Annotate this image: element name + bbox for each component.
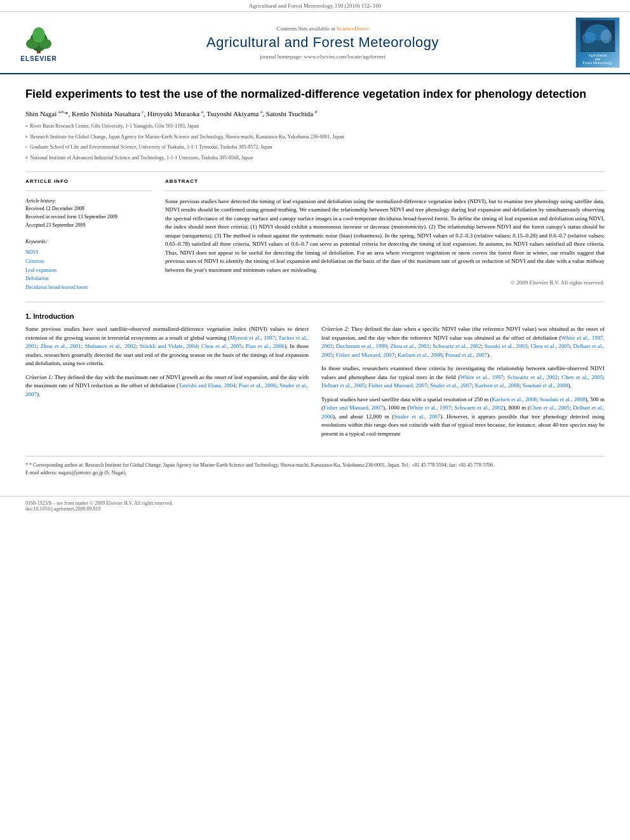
ref-fisher[interactable]: Fisher and Mustard, 2007	[336, 352, 395, 358]
divider-2	[25, 302, 605, 302]
keywords-label: Keywords:	[25, 237, 152, 246]
ref-chen3[interactable]: Chen et al., 2005	[561, 374, 603, 380]
ref-piao2[interactable]: Piao et al., 2006	[239, 382, 276, 389]
svg-point-4	[32, 27, 45, 43]
ref-chen[interactable]: Chen et al., 2005	[201, 343, 242, 349]
author-hiroyuki: Hiroyuki Muraoka a,	[147, 110, 205, 117]
journal-homepage: journal homepage: www.elsevier.com/locat…	[80, 53, 565, 60]
ref-karlsen3[interactable]: Karlsen et al., 2008	[492, 396, 537, 403]
affil-d: d National Institute of Advanced Industr…	[25, 154, 605, 164]
affil-b: b Research Institute for Global Change, …	[25, 133, 605, 143]
kw-ndvi: NDVI	[25, 248, 152, 257]
abstract-label: ABSTRACT	[165, 178, 605, 184]
journal-title-block: Contents lists available at ScienceDirec…	[80, 25, 565, 60]
ref-karlsen[interactable]: Karlsen et al., 2008	[398, 352, 442, 358]
page-footer: 0168-1923/$ – see front matter © 2009 El…	[0, 496, 630, 516]
abstract-text: Some previous studies have detected the …	[165, 197, 605, 275]
criterion2-label: Criterion 2:	[321, 326, 349, 332]
article-history: Article history: Received 12 December 20…	[25, 197, 152, 230]
cover-image	[579, 20, 617, 52]
ref-soudani[interactable]: Soudani et al., 2008	[523, 382, 568, 389]
ref-piao[interactable]: Piao et al., 2006	[246, 343, 285, 349]
kw-defoliation: Defoliation	[25, 274, 152, 283]
intro-col-right: Criterion 2: They defined the date when …	[321, 325, 605, 443]
divider-1	[25, 171, 605, 172]
affil-a: a River Basin Research Center, Gifu Univ…	[25, 123, 605, 132]
kw-forest: Deciduous broad-leaved forest	[25, 283, 152, 292]
footer-issn: 0168-1923/$ – see front matter © 2009 El…	[25, 500, 173, 512]
article-info-label: ARTICLE INFO	[25, 178, 152, 184]
kw-leaf-expansion: Leaf expansion	[25, 266, 152, 275]
elsevier-tree-icon	[20, 23, 58, 55]
received-revised-date: Received in revised form 13 September 20…	[25, 213, 152, 222]
ref-schwartz[interactable]: Schwartz et al., 2002	[432, 343, 481, 349]
cover-label: AgriculturalandForest Meteorology	[582, 53, 613, 65]
kw-criterion: Criterion	[25, 257, 152, 266]
abstract-col: ABSTRACT Some previous studies have dete…	[165, 178, 605, 292]
journal-cover-thumbnail: AgriculturalandForest Meteorology	[575, 17, 620, 68]
ref-delbart2[interactable]: Delbart et al., 2005	[321, 382, 365, 389]
intro-p3: In those studies, researchers examined t…	[321, 364, 605, 390]
sciencedirect-line: Contents lists available at ScienceDirec…	[80, 25, 565, 32]
ref-studer3[interactable]: Studer et al., 2007	[394, 413, 440, 420]
ref-fisher2[interactable]: Fisher and Mustard, 2007	[368, 382, 427, 389]
footnote-star: * * Corresponding author at: Research In…	[25, 462, 605, 469]
ref-schwartz2[interactable]: Schwartz et al., 2002	[507, 374, 558, 380]
svg-point-8	[582, 32, 596, 43]
intro-heading: 1. Introduction	[25, 312, 605, 320]
ref-prasad[interactable]: Prasad et al., 2007	[445, 352, 487, 358]
svg-point-9	[601, 30, 612, 44]
introduction-section: 1. Introduction Some previous studies ha…	[25, 312, 605, 443]
article-title: Field experiments to test the use of the…	[25, 87, 605, 102]
criterion1-label: Criterion 1:	[25, 374, 53, 380]
main-header: ELSEVIER Contents lists available at Sci…	[0, 12, 630, 74]
journal-main-title: Agricultural and Forest Meteorology	[80, 34, 565, 51]
intro-body: Some previous studies have used satellit…	[25, 325, 605, 443]
ref-chen4[interactable]: Chen et al., 2005	[530, 404, 570, 411]
ref-zhou1[interactable]: Zhou et al., 2001	[41, 343, 81, 349]
ref-myneni[interactable]: Myneni et al., 1997	[230, 335, 275, 341]
authors-line: Shin Nagai a,b,*, Kenlo Nishida Nasahara…	[25, 109, 605, 117]
footnote-email: E-mail address: nagais@jamstec.go.jp (S.…	[25, 469, 605, 477]
intro-criterion1: Criterion 1: They defined the day with t…	[25, 373, 309, 399]
affil-c: c Graduate School of Life and Environmen…	[25, 143, 605, 153]
intro-criterion2: Criterion 2: They defined the date when …	[321, 325, 605, 359]
ref-karlsen2[interactable]: Karlsen et al., 2008	[475, 382, 519, 389]
sciencedirect-link[interactable]: ScienceDirect	[337, 25, 368, 32]
divider-abstract	[165, 190, 605, 191]
ref-white2[interactable]: White et al., 1997	[460, 374, 503, 380]
intro-col-left: Some previous studies have used satellit…	[25, 325, 309, 443]
ref-white3[interactable]: White et al., 1997	[409, 404, 451, 411]
content-area: Field experiments to test the use of the…	[0, 74, 630, 490]
author-tsuyoshi: Tsuyoshi Akiyama a,	[206, 110, 264, 117]
ref-tateishi[interactable]: Tateishi and Ebata, 2004	[178, 382, 236, 389]
ref-studer2[interactable]: Studer et al., 2007	[430, 382, 472, 389]
author-shin-nagai: Shin Nagai a,b,*,	[25, 110, 70, 117]
ref-suzuki[interactable]: Suzuki et al., 2003	[485, 343, 528, 349]
affiliations: a River Basin Research Center, Gifu Univ…	[25, 123, 605, 164]
author-kenlo: Kenlo Nishida Nasahara c,	[72, 110, 145, 117]
ref-schwartz3[interactable]: Schwartz et al., 2002	[454, 404, 503, 411]
intro-p1: Some previous studies have used satellit…	[25, 325, 309, 368]
ref-fisher3[interactable]: Fisher and Mustard, 2007	[323, 404, 383, 411]
ref-zhou2[interactable]: Zhou et al., 2001	[390, 343, 429, 349]
ref-duchemin[interactable]: Duchemin et al., 1999	[336, 343, 387, 349]
intro-p4: Typical studies have used satellite data…	[321, 396, 605, 439]
accepted-date: Accepted 23 September 2009	[25, 222, 152, 230]
author-satoshi: Satoshi Tsuchida d	[266, 110, 318, 117]
elsevier-logo: ELSEVIER	[10, 23, 67, 62]
ref-chen2[interactable]: Chen et al., 2005	[531, 343, 570, 349]
keywords-section: Keywords: NDVI Criterion Leaf expansion …	[25, 237, 152, 292]
ref-shabanov[interactable]: Shabanov et al., 2002	[84, 343, 136, 349]
copyright-line: © 2009 Elsevier B.V. All rights reserved…	[165, 279, 605, 286]
received-date: Received 12 December 2008	[25, 205, 152, 213]
ref-soudani2[interactable]: Soudani et al., 2008	[540, 396, 586, 403]
divider-info	[25, 190, 152, 191]
footnotes: * * Corresponding author at: Research In…	[25, 456, 605, 477]
article-info-col: ARTICLE INFO Article history: Received 1…	[25, 178, 152, 292]
journal-header-bar: Agricultural and Forest Meteorology 150 …	[0, 0, 630, 12]
elsevier-wordmark: ELSEVIER	[20, 55, 57, 62]
history-label: Article history:	[25, 197, 152, 206]
article-info-abstract: ARTICLE INFO Article history: Received 1…	[25, 178, 605, 292]
ref-stockli[interactable]: Stöckli and Vidale, 2004	[140, 343, 198, 349]
